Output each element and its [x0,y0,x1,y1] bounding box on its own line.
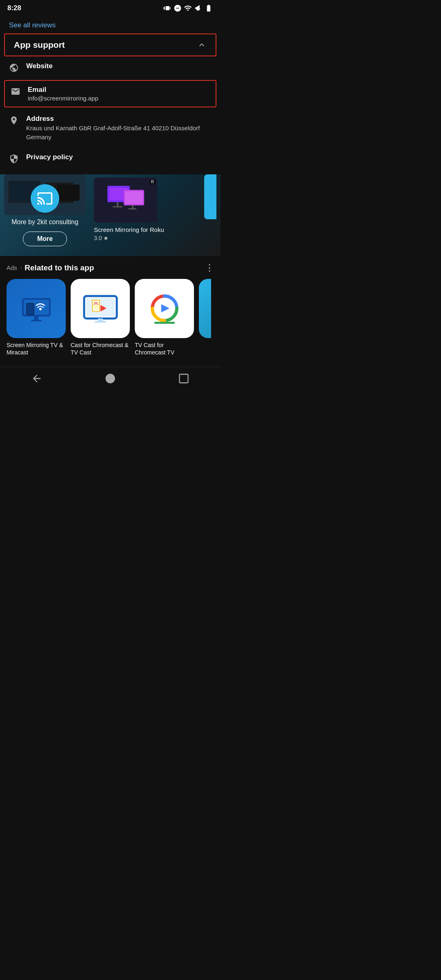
signal-icon [194,4,202,12]
svg-rect-26 [95,321,106,323]
cast-icon [37,190,53,207]
chevron-up-icon [197,40,207,50]
svg-point-17 [39,308,42,310]
svg-rect-3 [57,185,80,201]
address-item[interactable]: Address Kraus und Karnath GbR Graf-Adolf… [0,109,220,147]
email-address: info@screenmirroring.app [28,95,98,102]
location-icon [9,116,19,127]
ads-section: Ads · Related to this app ⋮ [0,256,220,363]
more-button[interactable]: More [23,232,67,246]
ads-app-3-icon [135,279,194,338]
svg-rect-10 [113,206,122,207]
email-text: Email info@screenmirroring.app [28,86,98,102]
more-by-main: More by 2kit consulting More [4,174,86,246]
svg-rect-12 [128,208,136,209]
ads-app-3[interactable]: TV Cast for Chromecast TV [135,279,194,356]
ads-app-1-icon [7,279,66,338]
svg-marker-27 [161,304,169,312]
svg-rect-18 [34,316,38,320]
status-bar: 8:28 [0,0,220,15]
screen-mirroring-icon [18,290,55,327]
back-icon [31,373,42,384]
svg-rect-16 [27,304,33,314]
home-button[interactable] [105,373,116,387]
globe-icon [9,63,19,74]
wifi-icon [184,4,192,12]
ads-dot: · [20,264,22,272]
app-support-title: App support [14,40,65,50]
ads-app-1-name: Screen Mirroring TV & Miracast [7,341,66,356]
address-value: Kraus und Karnath GbR Graf-Adolf-Straße … [26,124,212,142]
battery-icon [204,4,213,12]
recents-button[interactable] [178,373,189,387]
app-support-header[interactable]: App support [4,33,216,56]
ads-text: Ads [7,264,17,271]
svg-point-29 [105,374,115,383]
related-title: Related to this app [24,263,94,272]
status-time: 8:28 [7,4,21,12]
ads-label: Ads · Related to this app [7,263,94,272]
website-item[interactable]: Website [0,56,220,80]
cast-chromecast-icon [80,288,121,329]
ads-app-2-icon [71,279,130,338]
secondary-app-overlay: R [149,179,156,185]
website-text: Website [26,62,53,70]
vibrate-icon [163,4,172,12]
third-app-partial [204,174,216,219]
svg-rect-9 [117,202,118,206]
app-support-section: App support Website Email info@screenmir… [0,33,220,174]
address-text: Address Kraus und Karnath GbR Graf-Adolf… [26,115,212,142]
ads-app-2[interactable]: Cast for Chromecast & TV Cast [71,279,130,356]
privacy-policy-text: Privacy policy [26,153,73,161]
privacy-policy-label: Privacy policy [26,153,73,161]
more-by-app-icon [31,184,59,213]
more-by-label: More by 2kit consulting [11,218,78,226]
status-icons [163,4,213,12]
website-label: Website [26,62,53,70]
svg-rect-19 [31,320,42,321]
email-label: Email [28,86,98,94]
dnd-icon [174,4,182,12]
ads-apps-row: Screen Mirroring TV & Miracast [0,279,220,363]
bottom-nav [0,367,220,395]
secondary-app-name: Screen Mirroring for Roku [94,226,164,234]
recents-icon [178,373,189,384]
svg-rect-28 [154,322,175,324]
tv-cast-icon [144,288,185,329]
ads-app-4-partial [199,279,211,356]
ads-app-2-name: Cast for Chromecast & TV Cast [71,341,130,356]
shield-icon [9,154,19,165]
more-by-app-row: More by 2kit consulting More [0,174,220,246]
ads-header: Ads · Related to this app ⋮ [0,263,220,279]
secondary-app-rating: 3.0 ★ [94,235,109,241]
more-by-secondary: R Screen Mirroring for Roku 3.0 ★ [94,174,196,242]
address-label: Address [26,115,212,123]
privacy-policy-item[interactable]: Privacy policy [0,147,220,171]
see-all-reviews-link[interactable]: See all reviews [0,15,220,33]
more-by-section: More by 2kit consulting More [0,174,220,256]
ads-app-3-name: TV Cast for Chromecast TV [135,341,194,356]
email-icon [11,87,20,98]
svg-rect-25 [98,318,103,321]
email-item[interactable]: Email info@screenmirroring.app [4,80,216,107]
svg-rect-8 [125,191,143,204]
ads-app-1[interactable]: Screen Mirroring TV & Miracast [7,279,66,356]
secondary-app-screenshot[interactable]: R [94,178,157,223]
home-icon [105,373,116,384]
back-button[interactable] [31,373,42,387]
ads-app-4-icon-partial [199,279,211,338]
svg-rect-11 [132,205,134,208]
svg-rect-30 [180,374,188,383]
roku-screens-icon [105,184,146,216]
ads-more-icon[interactable]: ⋮ [205,263,214,273]
